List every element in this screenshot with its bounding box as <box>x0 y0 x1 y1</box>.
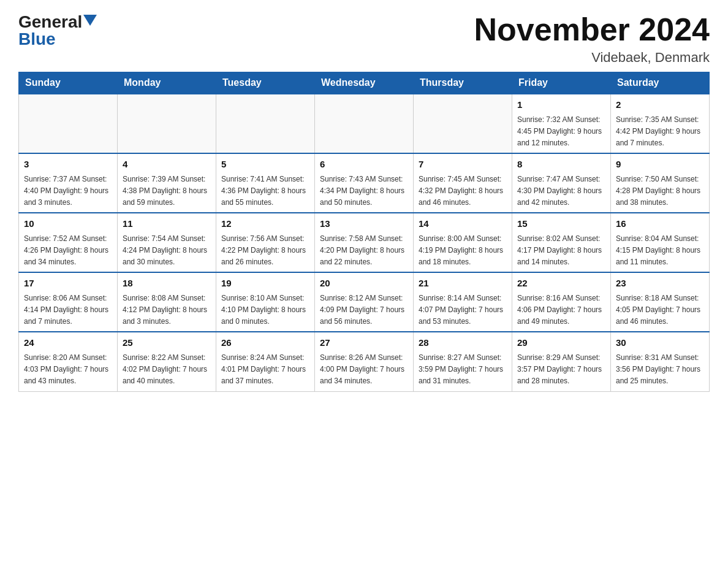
day-number: 6 <box>320 158 408 172</box>
day-info: Sunrise: 7:50 AM Sunset: 4:28 PM Dayligh… <box>616 174 704 209</box>
calendar-header: SundayMondayTuesdayWednesdayThursdayFrid… <box>19 72 710 94</box>
day-info: Sunrise: 8:10 AM Sunset: 4:10 PM Dayligh… <box>221 293 309 328</box>
calendar-cell: 20Sunrise: 8:12 AM Sunset: 4:09 PM Dayli… <box>315 272 414 332</box>
weekday-header-monday: Monday <box>118 72 216 94</box>
day-info: Sunrise: 8:14 AM Sunset: 4:07 PM Dayligh… <box>419 293 507 328</box>
day-number: 19 <box>221 277 309 291</box>
day-number: 18 <box>123 277 211 291</box>
calendar-body: 1Sunrise: 7:32 AM Sunset: 4:45 PM Daylig… <box>19 94 710 391</box>
day-number: 10 <box>24 217 112 231</box>
weekday-header-tuesday: Tuesday <box>216 72 315 94</box>
calendar-cell: 11Sunrise: 7:54 AM Sunset: 4:24 PM Dayli… <box>118 213 216 272</box>
day-number: 3 <box>24 158 112 172</box>
day-info: Sunrise: 8:20 AM Sunset: 4:03 PM Dayligh… <box>24 352 112 388</box>
day-number: 8 <box>517 158 605 172</box>
weekday-header-friday: Friday <box>512 72 611 94</box>
weekday-header-row: SundayMondayTuesdayWednesdayThursdayFrid… <box>19 72 710 94</box>
calendar-cell <box>414 94 512 153</box>
day-number: 21 <box>419 277 507 291</box>
week-row-5: 24Sunrise: 8:20 AM Sunset: 4:03 PM Dayli… <box>19 332 710 391</box>
day-number: 5 <box>221 158 309 172</box>
calendar-cell: 15Sunrise: 8:02 AM Sunset: 4:17 PM Dayli… <box>512 213 611 272</box>
calendar-cell <box>315 94 414 153</box>
day-info: Sunrise: 8:12 AM Sunset: 4:09 PM Dayligh… <box>320 293 408 328</box>
day-number: 26 <box>221 336 309 350</box>
week-row-4: 17Sunrise: 8:06 AM Sunset: 4:14 PM Dayli… <box>19 272 710 332</box>
calendar-cell: 25Sunrise: 8:22 AM Sunset: 4:02 PM Dayli… <box>118 332 216 391</box>
day-info: Sunrise: 7:39 AM Sunset: 4:38 PM Dayligh… <box>123 174 211 209</box>
calendar-cell: 7Sunrise: 7:45 AM Sunset: 4:32 PM Daylig… <box>414 153 512 213</box>
calendar-cell: 18Sunrise: 8:08 AM Sunset: 4:12 PM Dayli… <box>118 272 216 332</box>
day-info: Sunrise: 7:58 AM Sunset: 4:20 PM Dayligh… <box>320 233 408 269</box>
calendar-cell: 5Sunrise: 7:41 AM Sunset: 4:36 PM Daylig… <box>216 153 315 213</box>
day-info: Sunrise: 8:18 AM Sunset: 4:05 PM Dayligh… <box>616 293 704 328</box>
calendar-cell: 26Sunrise: 8:24 AM Sunset: 4:01 PM Dayli… <box>216 332 315 391</box>
calendar-cell: 24Sunrise: 8:20 AM Sunset: 4:03 PM Dayli… <box>19 332 118 391</box>
day-info: Sunrise: 8:24 AM Sunset: 4:01 PM Dayligh… <box>221 352 309 388</box>
day-number: 23 <box>616 277 704 291</box>
calendar-cell: 29Sunrise: 8:29 AM Sunset: 3:57 PM Dayli… <box>512 332 611 391</box>
day-info: Sunrise: 8:00 AM Sunset: 4:19 PM Dayligh… <box>419 233 507 269</box>
day-number: 25 <box>123 336 211 350</box>
page-header: General Blue November 2024 Videbaek, Den… <box>18 12 710 66</box>
day-info: Sunrise: 7:41 AM Sunset: 4:36 PM Dayligh… <box>221 174 309 209</box>
day-info: Sunrise: 8:02 AM Sunset: 4:17 PM Dayligh… <box>517 233 605 269</box>
logo: General Blue <box>18 12 97 49</box>
calendar-cell: 6Sunrise: 7:43 AM Sunset: 4:34 PM Daylig… <box>315 153 414 213</box>
day-info: Sunrise: 8:29 AM Sunset: 3:57 PM Dayligh… <box>517 352 605 388</box>
day-info: Sunrise: 7:37 AM Sunset: 4:40 PM Dayligh… <box>24 174 112 209</box>
calendar-cell: 14Sunrise: 8:00 AM Sunset: 4:19 PM Dayli… <box>414 213 512 272</box>
day-info: Sunrise: 7:35 AM Sunset: 4:42 PM Dayligh… <box>616 114 704 150</box>
day-number: 17 <box>24 277 112 291</box>
week-row-1: 1Sunrise: 7:32 AM Sunset: 4:45 PM Daylig… <box>19 94 710 153</box>
day-info: Sunrise: 8:31 AM Sunset: 3:56 PM Dayligh… <box>616 352 704 388</box>
day-number: 16 <box>616 217 704 231</box>
calendar-table: SundayMondayTuesdayWednesdayThursdayFrid… <box>18 72 710 391</box>
day-info: Sunrise: 7:32 AM Sunset: 4:45 PM Dayligh… <box>517 114 605 150</box>
calendar-cell: 30Sunrise: 8:31 AM Sunset: 3:56 PM Dayli… <box>611 332 710 391</box>
calendar-cell: 23Sunrise: 8:18 AM Sunset: 4:05 PM Dayli… <box>611 272 710 332</box>
day-info: Sunrise: 8:08 AM Sunset: 4:12 PM Dayligh… <box>123 293 211 328</box>
title-block: November 2024 Videbaek, Denmark <box>474 12 710 66</box>
calendar-cell <box>19 94 118 153</box>
calendar-subtitle: Videbaek, Denmark <box>474 50 710 66</box>
calendar-cell: 16Sunrise: 8:04 AM Sunset: 4:15 PM Dayli… <box>611 213 710 272</box>
day-number: 12 <box>221 217 309 231</box>
day-number: 7 <box>419 158 507 172</box>
week-row-2: 3Sunrise: 7:37 AM Sunset: 4:40 PM Daylig… <box>19 153 710 213</box>
day-number: 1 <box>517 98 605 112</box>
calendar-cell: 3Sunrise: 7:37 AM Sunset: 4:40 PM Daylig… <box>19 153 118 213</box>
day-number: 20 <box>320 277 408 291</box>
day-number: 30 <box>616 336 704 350</box>
calendar-cell: 9Sunrise: 7:50 AM Sunset: 4:28 PM Daylig… <box>611 153 710 213</box>
calendar-cell: 22Sunrise: 8:16 AM Sunset: 4:06 PM Dayli… <box>512 272 611 332</box>
day-number: 28 <box>419 336 507 350</box>
calendar-cell: 10Sunrise: 7:52 AM Sunset: 4:26 PM Dayli… <box>19 213 118 272</box>
weekday-header-wednesday: Wednesday <box>315 72 414 94</box>
calendar-cell: 21Sunrise: 8:14 AM Sunset: 4:07 PM Dayli… <box>414 272 512 332</box>
calendar-title: November 2024 <box>474 12 710 47</box>
day-info: Sunrise: 8:27 AM Sunset: 3:59 PM Dayligh… <box>419 352 507 388</box>
day-number: 9 <box>616 158 704 172</box>
day-number: 14 <box>419 217 507 231</box>
day-number: 11 <box>123 217 211 231</box>
day-number: 29 <box>517 336 605 350</box>
day-info: Sunrise: 7:54 AM Sunset: 4:24 PM Dayligh… <box>123 233 211 269</box>
day-number: 13 <box>320 217 408 231</box>
calendar-cell: 13Sunrise: 7:58 AM Sunset: 4:20 PM Dayli… <box>315 213 414 272</box>
weekday-header-thursday: Thursday <box>414 72 512 94</box>
calendar-cell: 19Sunrise: 8:10 AM Sunset: 4:10 PM Dayli… <box>216 272 315 332</box>
day-info: Sunrise: 8:22 AM Sunset: 4:02 PM Dayligh… <box>123 352 211 388</box>
calendar-cell: 1Sunrise: 7:32 AM Sunset: 4:45 PM Daylig… <box>512 94 611 153</box>
weekday-header-sunday: Sunday <box>19 72 118 94</box>
day-info: Sunrise: 7:45 AM Sunset: 4:32 PM Dayligh… <box>419 174 507 209</box>
day-info: Sunrise: 8:26 AM Sunset: 4:00 PM Dayligh… <box>320 352 408 388</box>
calendar-cell: 17Sunrise: 8:06 AM Sunset: 4:14 PM Dayli… <box>19 272 118 332</box>
calendar-cell: 4Sunrise: 7:39 AM Sunset: 4:38 PM Daylig… <box>118 153 216 213</box>
logo-blue-text: Blue <box>18 29 56 49</box>
calendar-cell: 28Sunrise: 8:27 AM Sunset: 3:59 PM Dayli… <box>414 332 512 391</box>
calendar-cell <box>216 94 315 153</box>
day-info: Sunrise: 7:52 AM Sunset: 4:26 PM Dayligh… <box>24 233 112 269</box>
calendar-cell: 12Sunrise: 7:56 AM Sunset: 4:22 PM Dayli… <box>216 213 315 272</box>
day-number: 22 <box>517 277 605 291</box>
